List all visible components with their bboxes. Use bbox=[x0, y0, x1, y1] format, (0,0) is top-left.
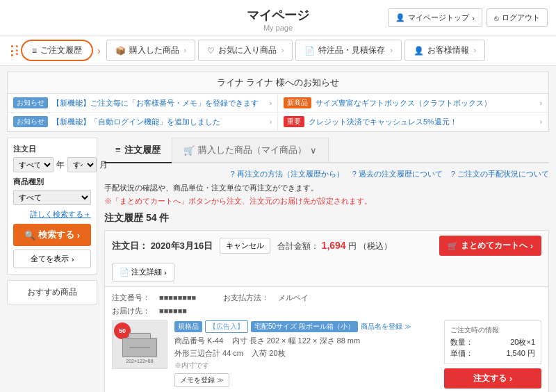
heart-icon: ♡ bbox=[207, 46, 215, 56]
search-section: 注文日 すべて 年 すべて 月 商品種別 すべて 詳しく検索する＋ 🔍 検索する… bbox=[7, 138, 97, 275]
arrow-icon: › bbox=[270, 118, 272, 126]
reorder-button[interactable]: 注文する › bbox=[444, 368, 541, 389]
order-meta: 注文番号： ■■■■■■■■ お支払方法： メルペイ bbox=[112, 293, 541, 303]
reorder-help-link[interactable]: ? 再注文の方法（注文履歴から） bbox=[230, 169, 343, 179]
order-note: 手配状況の確認や、商品単位・注文単位で再注文ができます。 bbox=[104, 183, 549, 193]
product-type-select[interactable]: すべて bbox=[13, 190, 91, 205]
order-card-header: 注文日： 2020年3月16日 キャンセル 合計金額： 1,694 円 （税込）… bbox=[105, 231, 548, 287]
box-icon: 📦 bbox=[115, 46, 126, 56]
logout-button[interactable]: ⎋ ログアウト bbox=[486, 8, 548, 27]
total-amount: 合計金額： 1,694 円 （税込） bbox=[277, 240, 392, 252]
product-order-info: ご注文時の情報 数量： 20枚×1 単価： 1,540 円 注文する bbox=[444, 320, 541, 389]
search-icon: 🔍 bbox=[24, 230, 35, 240]
tab-special[interactable]: 📄 特注品・見積保存 › bbox=[295, 40, 401, 61]
order-card-1: 注文日： 2020年3月16日 キャンセル 合計金額： 1,694 円 （税込）… bbox=[104, 230, 549, 392]
past-history-link[interactable]: ? 過去の注文履歴について bbox=[352, 169, 443, 179]
main-content: 注文日 すべて 年 すべて 月 商品種別 すべて 詳しく検索する＋ 🔍 検索する… bbox=[7, 138, 549, 392]
nav-tabs: ⋮ ≡ ご注文履歴 › 📦 購入した商品 › ♡ お気に入り商品 › 📄 特注品… bbox=[0, 35, 556, 66]
product-tags: 規格品 【広告入】 宅配50サイズ 段ボール箱（小） 商品名を登録 ≫ bbox=[174, 320, 437, 333]
new-badge-1: 新商品 bbox=[284, 97, 311, 108]
unit-price-label: 単価： bbox=[450, 348, 473, 359]
search-button[interactable]: 🔍 検索する › bbox=[13, 224, 91, 246]
detail-search-link[interactable]: 詳しく検索する＋ bbox=[13, 209, 91, 220]
unit-price-value: 1,540 円 bbox=[506, 348, 535, 359]
notification-row-2[interactable]: 新商品 サイズ豊富なギフトボックス（クラフトボックス） › bbox=[278, 94, 548, 113]
koukoku-tag: 【広告入】 bbox=[205, 320, 248, 333]
product-info: 規格品 【広告入】 宅配50サイズ 段ボール箱（小） 商品名を登録 ≫ 商品番号… bbox=[174, 320, 437, 387]
order-number-label: 注文番号： ■■■■■■■■ bbox=[112, 293, 205, 302]
unit-price-row: 単価： 1,540 円 bbox=[450, 348, 535, 359]
item-number-label: 商品番号 bbox=[174, 336, 205, 345]
arrow-icon: › bbox=[540, 99, 542, 107]
chevron-right-icon: › bbox=[164, 268, 167, 277]
list-icon: ≡ bbox=[32, 46, 37, 56]
add-to-cart-button[interactable]: 🛒 まとめてカートへ › bbox=[439, 236, 541, 256]
year-unit: 年 bbox=[56, 159, 65, 171]
month-select[interactable]: すべて bbox=[67, 157, 97, 172]
notification-text-2: サイズ豊富なギフトボックス（クラフトボックス） bbox=[316, 98, 536, 108]
order-date: 注文日： 2020年3月16日 bbox=[112, 240, 213, 252]
tab-order-history-content[interactable]: ≡ 注文履歴 bbox=[104, 138, 172, 163]
quantity-value: 20枚×1 bbox=[510, 337, 535, 348]
status-link[interactable]: ? ご注文の手配状況について bbox=[451, 169, 549, 179]
year-select[interactable]: すべて bbox=[13, 157, 54, 172]
order-card-body: 注文番号： ■■■■■■■■ お支払方法： メルペイ お届け先： ■■■■■■ bbox=[105, 287, 548, 392]
capacity-value: 20枚 bbox=[269, 349, 285, 357]
osusume-section: おすすめ商品 bbox=[7, 280, 97, 304]
order-info-box: ご注文時の情報 数量： 20枚×1 単価： 1,540 円 bbox=[444, 320, 541, 364]
doc-icon: 📄 bbox=[120, 268, 129, 277]
outer-label: 外形三辺合計 bbox=[174, 349, 220, 357]
cart-icon: 🛒 bbox=[448, 241, 458, 251]
mypage-top-button[interactable]: 👤 マイページトップ › bbox=[388, 8, 482, 27]
year-row: すべて 年 すべて 月 bbox=[13, 157, 91, 172]
cart-icon: 🛒 bbox=[183, 145, 195, 156]
arrow-icon: › bbox=[390, 47, 392, 54]
doc-icon: 📄 bbox=[304, 46, 315, 56]
content-area: ≡ 注文履歴 🛒 購入した商品（マイ商品） ∨ ? 再注文の方法（注文履歴から）… bbox=[104, 138, 549, 392]
order-detail-button[interactable]: 📄 注文詳細 › bbox=[112, 263, 174, 281]
notification-row-3[interactable]: お知らせ 【新機能】「自動ログイン機能」を追加しました › bbox=[8, 113, 278, 131]
active-tab-arrow: › bbox=[97, 45, 101, 56]
user-icon: 👤 bbox=[395, 13, 405, 22]
chevron-right-icon: › bbox=[509, 374, 512, 384]
sidebar: 注文日 すべて 年 すべて 月 商品種別 すべて 詳しく検索する＋ 🔍 検索する… bbox=[7, 138, 97, 392]
arrow-icon: › bbox=[540, 118, 542, 126]
person-icon: 👤 bbox=[414, 46, 424, 56]
cancel-button[interactable]: キャンセル bbox=[220, 238, 270, 254]
tab-order-history[interactable]: ≡ ご注文履歴 bbox=[21, 40, 93, 61]
quantity-label: 数量： bbox=[450, 337, 473, 348]
notification-header: ライナ ライナ 様へのお知らせ bbox=[8, 72, 548, 94]
order-count: 注文履歴 54 件 bbox=[104, 212, 549, 224]
arrow-icon: › bbox=[474, 47, 476, 54]
arrow-icon: › bbox=[270, 99, 272, 107]
notification-row-4[interactable]: 重要 クレジット決済でキャッシュレス5%還元！ › bbox=[278, 113, 548, 131]
chevron-down-icon: ∨ bbox=[310, 145, 317, 156]
order-note-red: ※「まとめてカートへ」ボタンから注文、注文元のお届け先が設定されます。 bbox=[104, 196, 549, 206]
product-image: 50 202×122×88 bbox=[112, 320, 167, 369]
chevron-right-icon: › bbox=[472, 14, 475, 22]
delivery-meta: お届け先： ■■■■■■ bbox=[112, 306, 541, 316]
notice-badge-2: お知らせ bbox=[13, 116, 48, 127]
tab-customer-info[interactable]: 👤 お客様情報 › bbox=[404, 40, 485, 61]
tab-purchased[interactable]: 📦 購入した商品 › bbox=[106, 40, 195, 61]
memo-register-button[interactable]: メモを登録 ≫ bbox=[174, 373, 229, 387]
notice-badge-1: お知らせ bbox=[13, 97, 48, 108]
list-icon: ≡ bbox=[115, 145, 121, 155]
show-all-button[interactable]: 全てを表示 › bbox=[13, 250, 91, 268]
quantity-row: 数量： 20枚×1 bbox=[450, 337, 535, 348]
notification-row-1[interactable]: お知らせ 【新機能】ご注文毎に「お客様番号・メモ」を登録できます › bbox=[8, 94, 278, 113]
logout-icon: ⎋ bbox=[494, 14, 499, 22]
notification-grid: お知らせ 【新機能】ご注文毎に「お客様番号・メモ」を登録できます › 新商品 サ… bbox=[8, 94, 548, 131]
chevron-right-icon: › bbox=[77, 230, 80, 240]
arrow-icon: › bbox=[281, 47, 284, 54]
item-number: K-44 bbox=[207, 336, 223, 345]
tab-favorites[interactable]: ♡ お気に入り商品 › bbox=[198, 40, 293, 61]
chevron-right-icon: › bbox=[530, 241, 533, 251]
product-detail: 商品番号 K-44 内寸 長さ 202 × 幅 122 × 深さ 88 mm bbox=[174, 335, 437, 348]
page-header: マイページ My page 👤 マイページトップ › ⎋ ログアウト bbox=[0, 0, 556, 35]
capacity-label: 入荷 bbox=[252, 349, 267, 357]
inner-value: 長さ 202 × 幅 122 × 深さ 88 mm bbox=[250, 336, 361, 345]
tab-purchased-content[interactable]: 🛒 購入した商品（マイ商品） ∨ bbox=[172, 138, 329, 162]
notification-text-4: クレジット決済でキャッシュレス5%還元！ bbox=[309, 117, 536, 127]
product-name-register-link[interactable]: 商品名を登録 ≫ bbox=[361, 322, 411, 332]
